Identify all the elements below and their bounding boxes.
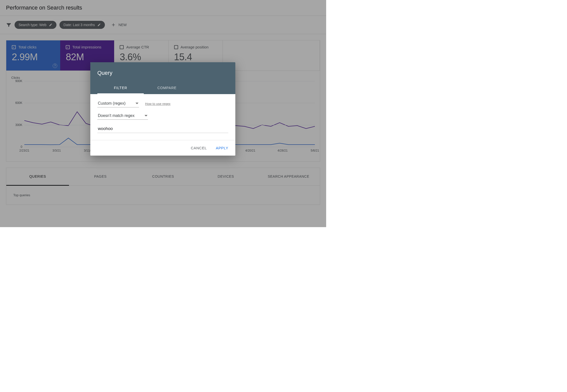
tab-filter[interactable]: FILTER <box>97 82 144 94</box>
dropdown-triangle-icon <box>145 115 148 116</box>
select-value: Doesn't match regex <box>98 113 134 118</box>
query-filter-dialog: Query FILTER COMPARE Custom (regex) How … <box>90 62 235 156</box>
apply-button[interactable]: APPLY <box>215 144 229 152</box>
tab-compare[interactable]: COMPARE <box>144 82 190 94</box>
regex-help-link[interactable]: How to use regex <box>145 102 170 106</box>
filter-mode-select[interactable]: Custom (regex) <box>97 100 139 107</box>
cancel-button[interactable]: CANCEL <box>190 144 208 152</box>
match-mode-select[interactable]: Doesn't match regex <box>97 112 148 120</box>
dialog-title: Query <box>97 70 228 76</box>
regex-input[interactable] <box>97 125 228 133</box>
select-value: Custom (regex) <box>98 101 125 106</box>
dropdown-triangle-icon <box>135 103 138 104</box>
